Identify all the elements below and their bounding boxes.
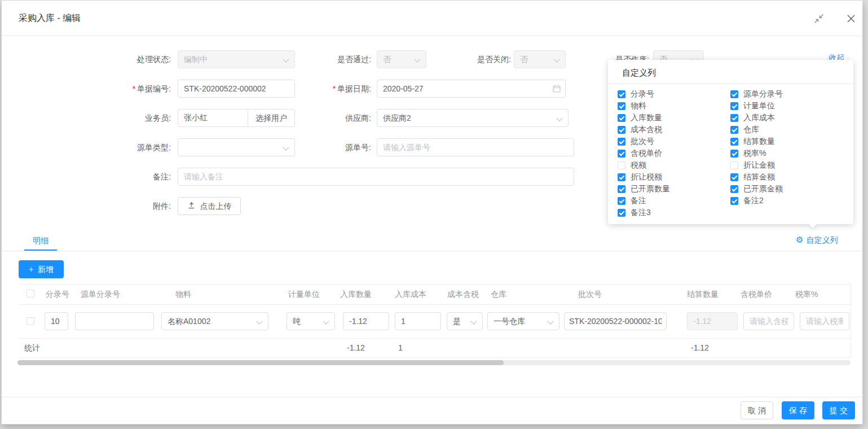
col-header-settle-qty: 结算数量 [687, 284, 719, 304]
popup-option[interactable]: 分录号 [618, 88, 725, 100]
scrollbar-thumb[interactable] [17, 360, 504, 365]
popup-option[interactable]: 已开票金额 [730, 183, 838, 195]
checkbox-icon [618, 197, 625, 205]
checkbox-icon [618, 102, 625, 110]
col-header-tax-price: 含税单价 [741, 284, 772, 304]
approved-label: 是否通过: [303, 50, 371, 68]
upload-button[interactable]: 点击上传 [178, 197, 241, 215]
checkbox-icon [618, 90, 625, 98]
upload-button-label: 点击上传 [200, 202, 231, 211]
inbound-cost-input[interactable] [395, 312, 441, 330]
closed-select: 否 [514, 50, 566, 68]
col-header-source-entry: 源单分录号 [81, 284, 120, 304]
chevron-down-icon [414, 56, 420, 62]
supplier-select[interactable]: 供应商2 [377, 109, 569, 127]
popup-option[interactable]: 物料 [618, 100, 725, 112]
submit-button[interactable]: 提 交 [822, 401, 855, 419]
remark-label: 备注: [92, 168, 171, 186]
bill-date-input[interactable] [377, 80, 566, 98]
popup-option[interactable]: 含税单价 [618, 147, 725, 159]
checkbox-icon [618, 114, 625, 122]
attachment-label: 附件: [92, 197, 171, 215]
tab-detail[interactable]: 明细 [24, 232, 57, 249]
closed-label: 是否关闭: [444, 50, 511, 68]
batch-no-input[interactable] [564, 312, 667, 330]
summary-inbound-cost: 1 [398, 338, 403, 357]
inbound-qty-input[interactable] [343, 312, 389, 330]
unit-value: 吨 [293, 317, 301, 326]
unit-select[interactable]: 吨 [287, 312, 335, 330]
checkbox-icon [618, 150, 625, 157]
select-all-checkbox[interactable] [27, 290, 34, 297]
save-button[interactable]: 保 存 [782, 401, 814, 419]
source-no-input[interactable] [377, 138, 574, 156]
customize-columns-link[interactable]: ⚙自定义列 [796, 233, 838, 247]
checkbox-icon [730, 114, 738, 122]
popup-option[interactable]: 成本含税 [618, 124, 725, 135]
remark-input[interactable] [178, 168, 574, 186]
popup-option[interactable]: 备注 [618, 195, 725, 207]
popup-option[interactable]: 折让金额 [730, 159, 838, 171]
exit-fullscreen-icon[interactable] [814, 14, 824, 24]
salesman-input[interactable] [178, 109, 248, 127]
source-type-select[interactable] [178, 138, 295, 156]
table-border [19, 304, 851, 305]
col-header-tax-included: 成本含税 [447, 284, 479, 304]
popup-option[interactable]: 源单分录号 [730, 88, 838, 100]
warehouse-select[interactable]: 一号仓库 [487, 312, 559, 330]
summary-label: 统计 [24, 338, 40, 357]
source-type-label: 源单类型: [92, 138, 171, 156]
col-header-tax-rate: 税率% [795, 284, 818, 304]
table-border [851, 284, 851, 357]
select-user-button[interactable]: 选择用户 [248, 109, 295, 127]
popup-option[interactable]: 结算金额 [730, 171, 838, 183]
table-border [19, 357, 851, 358]
popup-caret [809, 220, 817, 228]
popup-option[interactable]: 仓库 [730, 124, 838, 135]
popup-option[interactable]: 税额 [618, 159, 725, 171]
summary-settle-qty: -1.12 [691, 338, 709, 357]
popup-option[interactable]: 结算数量 [730, 135, 838, 147]
material-select[interactable]: 名称A01002 [161, 312, 268, 330]
entry-no-input[interactable] [45, 312, 68, 330]
supplier-label: 供应商: [303, 109, 371, 127]
popup-option[interactable]: 计量单位 [730, 100, 838, 112]
summary-inbound-qty: -1.12 [347, 338, 365, 357]
chevron-down-icon [323, 318, 329, 324]
popup-option[interactable]: 入库数量 [618, 112, 725, 124]
popup-option[interactable]: 已开票数量 [618, 183, 725, 195]
popup-option[interactable]: 税率% [730, 147, 838, 159]
tax-rate-input[interactable] [800, 312, 849, 330]
popup-title: 自定义列 [622, 64, 656, 81]
bill-date-label-text: 单据日期: [337, 84, 371, 93]
popup-option[interactable]: 入库成本 [730, 112, 838, 124]
checkbox-icon [618, 185, 625, 193]
checkbox-icon [618, 126, 625, 134]
popup-option[interactable]: 折让税额 [618, 171, 725, 183]
row-checkbox[interactable] [27, 317, 34, 325]
popup-option[interactable]: 备注3 [618, 207, 725, 218]
col-header-inbound-cost: 入库成本 [395, 284, 426, 304]
col-header-warehouse: 仓库 [491, 284, 506, 304]
add-row-button[interactable]: + 新增 [19, 260, 64, 278]
popup-option[interactable]: 批次号 [618, 135, 725, 147]
horizontal-scrollbar[interactable] [17, 360, 851, 365]
checkbox-icon [618, 161, 625, 169]
bill-no-input[interactable] [178, 80, 295, 98]
tax-included-select[interactable]: 是 [447, 312, 483, 330]
chevron-down-icon [256, 318, 262, 324]
required-mark: * [333, 84, 336, 93]
cancel-button[interactable]: 取 消 [741, 401, 773, 419]
checkbox-icon [730, 102, 738, 110]
add-row-label: 新增 [38, 265, 54, 274]
footer-divider [2, 397, 862, 397]
tax-price-input[interactable] [743, 312, 794, 330]
bill-no-label: *单据编号: [81, 80, 171, 98]
material-value: 名称A01002 [168, 317, 210, 326]
close-icon[interactable] [845, 13, 856, 23]
plus-icon: + [29, 265, 33, 274]
tax-included-value: 是 [453, 317, 461, 326]
status-label: 处理状态: [92, 50, 171, 68]
source-entry-input[interactable] [75, 312, 154, 330]
popup-option[interactable]: 备注2 [730, 195, 838, 207]
